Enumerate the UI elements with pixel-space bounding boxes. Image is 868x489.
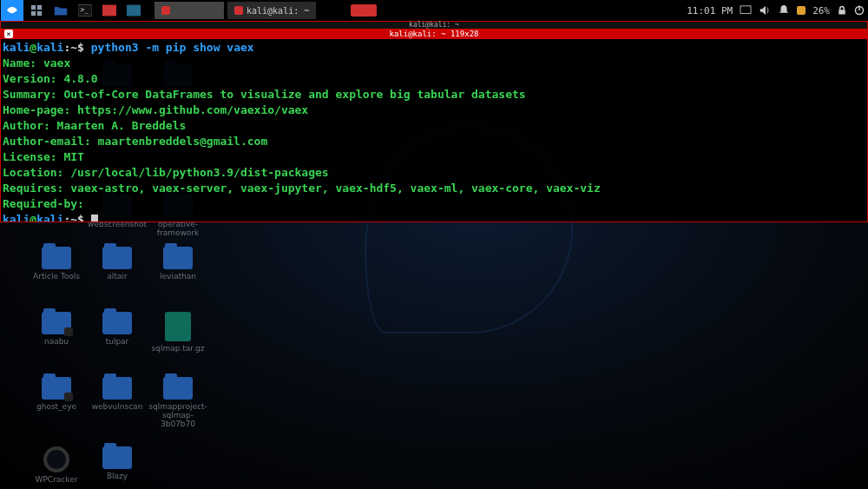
terminal-title-text: kali@kali: ~ 119x28 xyxy=(390,30,479,38)
terminal-line: kali@kali:~$ xyxy=(3,212,865,221)
kali-menu-icon[interactable] xyxy=(1,0,23,21)
svg-rect-8 xyxy=(740,6,751,14)
display-toggle-icon[interactable] xyxy=(740,5,752,16)
panel-right: 11:01 PM 26% xyxy=(683,0,868,21)
folder-locked-icon xyxy=(42,312,71,334)
taskbar-item-2[interactable]: kali@kali: ~ xyxy=(227,2,316,19)
desktop-icon[interactable]: Blazy xyxy=(87,446,148,480)
terminal-output-line: Home-page: https://www.github.com/vaexio… xyxy=(3,102,865,118)
desktop-icon[interactable]: sqlmapproject-sqlmap-3b07b70 xyxy=(148,377,208,428)
terminal-tab-label: kali@kali: ~ xyxy=(409,21,459,29)
desktop-icon-label: ghost_eye xyxy=(26,402,87,411)
desktop-icon-label: operative-framework xyxy=(148,220,208,237)
desktop-icon[interactable]: tulpar xyxy=(87,312,148,346)
desktop-icon-label: naabu xyxy=(26,337,87,346)
svg-rect-3 xyxy=(37,11,42,16)
svg-rect-0 xyxy=(31,5,36,10)
clock[interactable]: 11:01 PM xyxy=(687,5,733,17)
desktop-icon-label: leviathan xyxy=(148,272,208,281)
lock-icon[interactable] xyxy=(837,5,847,16)
folder-icon xyxy=(42,247,71,269)
svg-rect-1 xyxy=(37,5,42,10)
taskbar-item-1[interactable] xyxy=(155,2,224,19)
terminal-output-line: License: MIT xyxy=(3,149,865,165)
terminal-output-line: Requires: vaex-astro, vaex-server, vaex-… xyxy=(3,181,865,196)
terminal-line: kali@kali:~$ python3 -m pip show vaex xyxy=(3,40,865,56)
terminal-output-line: Required-by: xyxy=(3,196,865,212)
app-indicator-icon xyxy=(234,6,243,15)
app-indicator-icon xyxy=(161,6,170,15)
show-desktop-icon[interactable] xyxy=(25,2,48,19)
terminal-tab[interactable]: kali@kali: ~ xyxy=(1,22,867,29)
terminal-body[interactable]: kali@kali:~$ python3 -m pip show vaexNam… xyxy=(1,39,867,221)
folder-icon xyxy=(102,312,132,334)
terminal-output-line: Author: Maarten A. Breddels xyxy=(3,118,865,134)
desktop-icon-label: sqlmapproject-sqlmap-3b07b70 xyxy=(148,402,208,428)
folder-icon xyxy=(163,377,193,400)
svg-rect-7 xyxy=(127,5,141,17)
folder-locked-icon xyxy=(42,377,71,400)
folder-icon xyxy=(163,247,193,269)
kali-tool-icon[interactable] xyxy=(98,2,121,19)
terminal-output-line: Name: vaex xyxy=(3,56,865,71)
desktop-icon[interactable]: WPCracker xyxy=(26,446,87,484)
top-panel: >_ kali@kali: ~ 11:01 PM 26 xyxy=(0,0,868,21)
terminal-launcher-icon[interactable]: >_ xyxy=(74,2,96,19)
svg-rect-9 xyxy=(838,10,845,14)
close-icon[interactable]: × xyxy=(4,30,13,38)
workspace-indicator-icon[interactable] xyxy=(351,4,377,17)
terminal-output-line: Summary: Out-of-Core DataFrames to visua… xyxy=(3,87,865,102)
gear-icon xyxy=(43,446,69,472)
folder-icon xyxy=(102,377,132,400)
desktop-icon[interactable]: naabu xyxy=(26,312,87,346)
terminal-titlebar[interactable]: × kali@kali: ~ 119x28 xyxy=(1,29,867,39)
desktop-icon-label: Blazy xyxy=(87,472,148,480)
files-icon[interactable] xyxy=(49,2,72,19)
desktop-icon-label: webvulnscan xyxy=(87,402,148,411)
desktop-icon-label: WPCracker xyxy=(26,475,87,484)
svg-text:>_: >_ xyxy=(80,6,89,14)
launcher-icon[interactable] xyxy=(122,2,145,19)
desktop-icon[interactable]: altair xyxy=(87,247,148,281)
svg-rect-2 xyxy=(31,11,36,16)
terminal-window[interactable]: kali@kali: ~ × kali@kali: ~ 119x28 kali@… xyxy=(0,21,868,222)
desktop-icon[interactable]: Article Tools xyxy=(26,247,87,281)
desktop-icon[interactable]: ghost_eye xyxy=(26,377,87,411)
desktop-icon-label: Article Tools xyxy=(26,272,87,281)
desktop-icon-label: tulpar xyxy=(87,337,148,346)
panel-left: >_ kali@kali: ~ xyxy=(0,0,683,21)
desktop-icon[interactable]: sqlmap.tar.gz xyxy=(148,312,208,353)
desktop-icon-label: altair xyxy=(87,272,148,281)
terminal-output-line: Version: 4.8.0 xyxy=(3,71,865,87)
battery-label[interactable]: 26% xyxy=(812,5,830,17)
folder-icon xyxy=(102,446,132,469)
taskbar-label: kali@kali: ~ xyxy=(247,6,309,16)
desktop-icon-label: sqlmap.tar.gz xyxy=(148,344,208,353)
notifications-icon[interactable] xyxy=(778,4,790,17)
terminal-output-line: Location: /usr/local/lib/python3.9/dist-… xyxy=(3,165,865,181)
tray-app-icon[interactable] xyxy=(797,6,806,15)
svg-rect-6 xyxy=(102,5,116,17)
desktop-icon[interactable]: leviathan xyxy=(148,247,208,281)
power-icon[interactable] xyxy=(854,5,865,16)
archive-icon xyxy=(165,312,191,341)
terminal-output-line: Author-email: maartenbreddels@gmail.com xyxy=(3,134,865,149)
desktop-icon[interactable]: webvulnscan xyxy=(87,377,148,411)
cursor xyxy=(91,215,98,222)
folder-icon xyxy=(102,247,132,269)
volume-icon[interactable] xyxy=(759,4,771,17)
